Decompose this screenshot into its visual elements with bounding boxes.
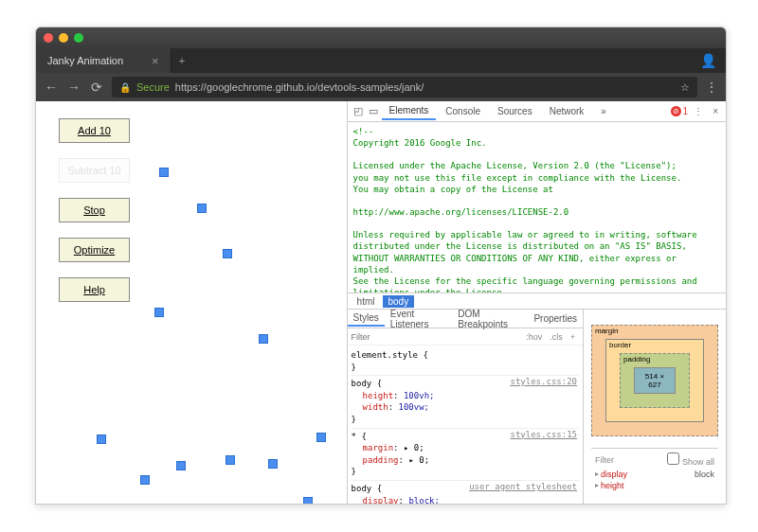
dom-tree[interactable]: <!--Copyright 2016 Google Inc. Licensed … bbox=[348, 122, 726, 293]
browser-tab[interactable]: Janky Animation × bbox=[36, 48, 171, 73]
reload-button[interactable]: ⟳ bbox=[89, 80, 104, 95]
tab-close-icon[interactable]: × bbox=[152, 54, 159, 68]
mover-square bbox=[154, 308, 164, 317]
mover-square bbox=[259, 334, 268, 344]
url-text: https://googlechrome.github.io/devtools-… bbox=[175, 81, 424, 93]
crumb-html[interactable]: html bbox=[352, 295, 381, 308]
box-model-pane: margin border padding 514 × 627 Filter S… bbox=[584, 310, 726, 504]
lock-icon: 🔒 bbox=[119, 82, 131, 93]
address-bar: ← → ⟳ 🔒 Secure https://googlechrome.gith… bbox=[36, 73, 726, 101]
mover-square bbox=[226, 455, 235, 465]
minimize-window-button[interactable] bbox=[59, 33, 68, 43]
subtract-10-button: Subtract 10 bbox=[59, 158, 130, 183]
bookmark-icon[interactable]: ☆ bbox=[680, 81, 690, 94]
back-button[interactable]: ← bbox=[44, 80, 59, 95]
breadcrumb: html body bbox=[348, 293, 726, 310]
mover-square bbox=[97, 434, 106, 444]
tab-styles[interactable]: Styles bbox=[348, 310, 385, 327]
mover-square bbox=[159, 168, 169, 177]
tab-network[interactable]: Network bbox=[542, 103, 592, 119]
tab-properties[interactable]: Properties bbox=[528, 311, 583, 326]
add-10-button[interactable]: Add 10 bbox=[59, 118, 130, 143]
new-tab-button[interactable]: + bbox=[171, 48, 192, 73]
incognito-icon: 👤 bbox=[691, 48, 726, 73]
rule-source[interactable]: styles.css:20 bbox=[511, 376, 577, 388]
browser-window: Janky Animation × + 👤 ← → ⟳ 🔒 Secure htt… bbox=[35, 27, 727, 505]
browser-menu-icon[interactable]: ⋮ bbox=[705, 80, 718, 95]
computed-pane: Filter Show all ▸displayblock ▸height bbox=[591, 448, 718, 493]
css-rules[interactable]: element.style {} styles.css:20 body { he… bbox=[348, 346, 583, 504]
styles-pane: Styles Event Listeners DOM Breakpoints P… bbox=[348, 310, 726, 504]
devtools-tabbar: ◰ ▭ Elements Console Sources Network » 1… bbox=[348, 101, 726, 122]
content-area: Add 10 Subtract 10 Stop Optimize Help ◰ … bbox=[36, 101, 726, 504]
devtools-close-icon[interactable]: × bbox=[709, 106, 722, 116]
devtools-panel: ◰ ▭ Elements Console Sources Network » 1… bbox=[347, 101, 726, 504]
rule-source[interactable]: styles.css:15 bbox=[511, 429, 577, 441]
mover-square bbox=[176, 461, 186, 470]
mover-square bbox=[140, 475, 150, 485]
hov-toggle[interactable]: :hov bbox=[526, 332, 542, 342]
optimize-button[interactable]: Optimize bbox=[59, 238, 130, 262]
maximize-window-button[interactable] bbox=[74, 33, 83, 43]
show-all-checkbox[interactable] bbox=[667, 452, 679, 465]
url-input[interactable]: 🔒 Secure https://googlechrome.github.io/… bbox=[112, 77, 697, 98]
tab-more[interactable]: » bbox=[593, 103, 614, 119]
device-icon[interactable]: ▭ bbox=[367, 105, 380, 117]
close-window-button[interactable] bbox=[44, 33, 53, 43]
mover-square bbox=[223, 249, 232, 258]
mover-square bbox=[197, 204, 207, 213]
error-count[interactable]: 1 bbox=[671, 106, 689, 116]
computed-filter-label[interactable]: Filter bbox=[595, 455, 614, 465]
styles-tabs: Styles Event Listeners DOM Breakpoints P… bbox=[348, 310, 583, 328]
styles-filter-input[interactable] bbox=[352, 332, 523, 342]
mover-square bbox=[303, 497, 313, 505]
tab-bar: Janky Animation × + 👤 bbox=[36, 48, 726, 73]
stop-button[interactable]: Stop bbox=[59, 198, 130, 222]
tab-elements[interactable]: Elements bbox=[382, 102, 437, 120]
help-button[interactable]: Help bbox=[59, 277, 130, 302]
forward-button[interactable]: → bbox=[66, 80, 81, 95]
tab-sources[interactable]: Sources bbox=[490, 103, 540, 119]
tab-title: Janky Animation bbox=[47, 55, 123, 66]
mover-square bbox=[316, 433, 326, 442]
box-model-diagram: margin border padding 514 × 627 bbox=[591, 325, 718, 436]
cls-toggle[interactable]: .cls bbox=[550, 332, 563, 342]
tab-console[interactable]: Console bbox=[438, 103, 488, 119]
styles-filter-row: :hov .cls + bbox=[348, 328, 583, 346]
secure-label: Secure bbox=[136, 81, 170, 93]
page-viewport: Add 10 Subtract 10 Stop Optimize Help bbox=[36, 101, 347, 504]
titlebar bbox=[36, 27, 726, 48]
inspect-icon[interactable]: ◰ bbox=[352, 105, 365, 117]
add-rule-icon[interactable]: + bbox=[570, 332, 575, 342]
devtools-menu-icon[interactable]: ⋮ bbox=[690, 106, 707, 116]
mover-square bbox=[268, 459, 278, 469]
rule-source: user agent stylesheet bbox=[469, 481, 577, 493]
crumb-body[interactable]: body bbox=[383, 295, 415, 308]
